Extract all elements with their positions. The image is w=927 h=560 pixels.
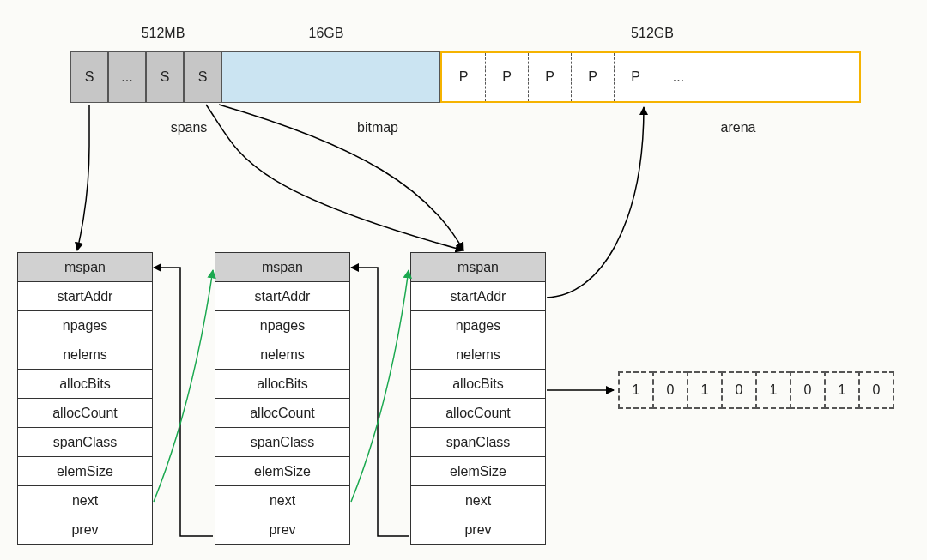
bit-cell: 0 xyxy=(858,371,894,409)
region-label-bitmap: bitmap xyxy=(343,120,412,135)
allocbits-array: 1 0 1 0 1 0 1 0 xyxy=(618,371,894,409)
mspan-row: next xyxy=(410,485,546,515)
bit-cell: 1 xyxy=(618,371,654,409)
mspan-header: mspan xyxy=(215,252,350,282)
arena-cell xyxy=(700,53,859,101)
arena-cell: P xyxy=(614,53,657,101)
mspan-table-2: mspan startAddr npages nelems allocBits … xyxy=(410,253,546,545)
span-cell: S xyxy=(146,51,184,103)
mspan-row: elemSize xyxy=(410,456,546,486)
mspan-row: spanClass xyxy=(410,427,546,457)
bit-cell: 0 xyxy=(721,371,757,409)
mspan-row: prev xyxy=(410,515,546,545)
mspan-row: npages xyxy=(17,310,153,340)
bit-cell: 0 xyxy=(790,371,826,409)
mspan-table-1: mspan startAddr npages nelems allocBits … xyxy=(215,253,350,545)
mspan-row: npages xyxy=(410,310,546,340)
mspan-row: nelems xyxy=(215,340,350,370)
mspan-header: mspan xyxy=(410,252,546,282)
mspan-row: spanClass xyxy=(17,427,153,457)
mspan-row: prev xyxy=(215,515,350,545)
span-cell: S xyxy=(70,51,108,103)
mspan-row: allocCount xyxy=(17,398,153,428)
arena-cell: P xyxy=(571,53,614,101)
mspan-row: allocBits xyxy=(215,369,350,399)
mspan-row: next xyxy=(215,485,350,515)
span-cell: ... xyxy=(108,51,146,103)
mspan-row: allocBits xyxy=(410,369,546,399)
arena-cell: P xyxy=(442,53,485,101)
bit-cell: 1 xyxy=(824,371,860,409)
bit-cell: 0 xyxy=(652,371,688,409)
arena-region: P P P P P ... xyxy=(440,51,861,103)
mspan-row: npages xyxy=(215,310,350,340)
mspan-row: next xyxy=(17,485,153,515)
arena-cell: P xyxy=(485,53,528,101)
bitmap-region xyxy=(221,51,440,103)
mspan-header: mspan xyxy=(17,252,153,282)
arena-cell: ... xyxy=(657,53,700,101)
mspan-table-0: mspan startAddr npages nelems allocBits … xyxy=(17,253,153,545)
mspan-row: prev xyxy=(17,515,153,545)
size-label-spans: 512MB xyxy=(120,26,206,41)
size-label-bitmap: 16GB xyxy=(283,26,369,41)
mspan-row: elemSize xyxy=(215,456,350,486)
region-label-spans: spans xyxy=(154,120,223,135)
mspan-row: allocBits xyxy=(17,369,153,399)
mspan-row: allocCount xyxy=(410,398,546,428)
region-label-arena: arena xyxy=(704,120,772,135)
mspan-row: startAddr xyxy=(410,281,546,311)
mspan-row: elemSize xyxy=(17,456,153,486)
mspan-row: nelems xyxy=(17,340,153,370)
span-cell: S xyxy=(184,51,221,103)
mspan-row: allocCount xyxy=(215,398,350,428)
mspan-row: nelems xyxy=(410,340,546,370)
bit-cell: 1 xyxy=(755,371,791,409)
arena-cell: P xyxy=(528,53,571,101)
bit-cell: 1 xyxy=(687,371,723,409)
mspan-row: startAddr xyxy=(17,281,153,311)
size-label-arena: 512GB xyxy=(609,26,695,41)
mspan-row: spanClass xyxy=(215,427,350,457)
mspan-row: startAddr xyxy=(215,281,350,311)
